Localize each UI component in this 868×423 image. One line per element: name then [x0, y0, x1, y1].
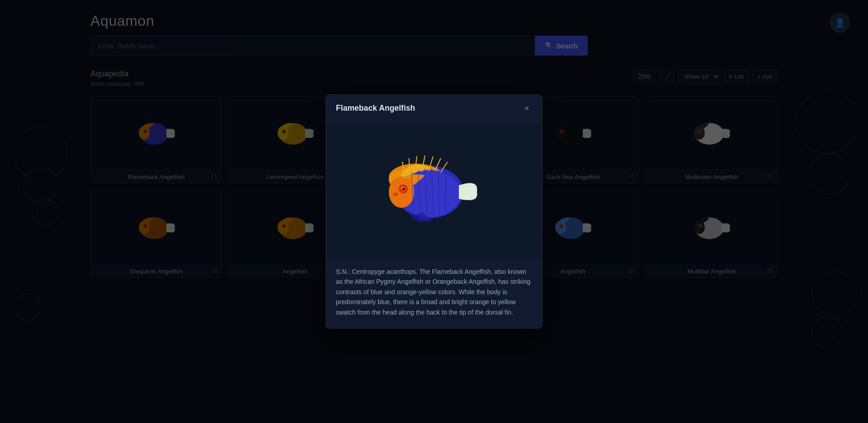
svg-line-64 [445, 173, 446, 214]
modal-title: Flameback Angelfish [336, 103, 415, 113]
modal-header: Flameback Angelfish × [326, 95, 542, 122]
modal-fish-image [371, 145, 497, 235]
modal: Flameback Angelfish × [326, 94, 542, 329]
modal-description: S.N.: Centropyge acanthops. The Flamebac… [326, 258, 542, 329]
modal-overlay[interactable]: Flameback Angelfish × [0, 0, 868, 423]
modal-image-area [326, 122, 542, 258]
modal-close-button[interactable]: × [522, 103, 532, 113]
close-icon: × [524, 103, 529, 113]
svg-point-58 [402, 187, 403, 188]
svg-point-72 [393, 193, 398, 196]
